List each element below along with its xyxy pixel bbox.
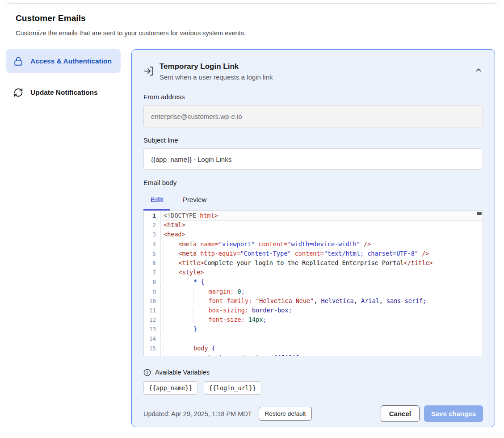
line-number: 13 [144, 324, 161, 334]
available-variables-header: Available Variables [143, 368, 483, 377]
from-address-input[interactable] [143, 105, 483, 127]
line-number: 1 [144, 211, 161, 220]
editor-line: 9 margin: 0; [144, 287, 483, 296]
editor-scrollbar-thumb[interactable] [477, 212, 482, 215]
editor-line: 6 <title>Complete your login to the Repl… [144, 258, 483, 268]
restore-default-button[interactable]: Restore default [259, 407, 312, 421]
code-line-content: font-family: "Helvetica Neue", Helvetica… [161, 296, 483, 306]
line-number: 10 [144, 296, 161, 306]
subject-line-label: Subject line [143, 136, 483, 145]
editor-line: 12 font-size: 14px; [144, 315, 483, 324]
line-number: 15 [144, 344, 161, 353]
code-line-content: box-sizing: border-box; [161, 306, 483, 315]
line-number: 8 [144, 277, 161, 286]
email-body-label: Email body [143, 179, 483, 187]
sidebar: Access & AuthenticationUpdate Notificati… [6, 49, 121, 104]
editor-line: 3<head> [144, 230, 483, 239]
log-in-icon [143, 66, 154, 76]
updated-timestamp: Updated: Apr 29, 2025, 1:18 PM MDT [143, 410, 252, 417]
lock-icon [13, 56, 23, 66]
previous-card-bottom-edge [4, 0, 500, 4]
line-number: 12 [144, 315, 161, 324]
active-tab-underline [143, 209, 170, 211]
from-address-label: From address [143, 93, 483, 101]
page-subtitle: Customize the emails that are sent to yo… [16, 29, 246, 37]
code-editor[interactable]: 1<!DOCTYPE html>2<html>3<head>4 <meta na… [143, 211, 483, 356]
refresh-icon [13, 88, 23, 97]
editor-line: 13 } [144, 324, 483, 334]
code-line-content: <title>Complete your login to the Replic… [161, 258, 483, 268]
variable-chip-app_name[interactable]: {{app_name}} [143, 381, 198, 395]
tab-edit[interactable]: Edit [143, 194, 170, 203]
sidebar-item-label: Update Notifications [30, 87, 98, 97]
code-line-content: } [161, 324, 483, 334]
sidebar-item-update-notifications[interactable]: Update Notifications [6, 80, 121, 104]
subject-line-input[interactable] [143, 148, 483, 170]
save-changes-button[interactable]: Save changes [424, 405, 483, 422]
editor-line: 16 background-color: #f6f6f6; [144, 353, 483, 356]
editor-line: 14 [144, 334, 483, 343]
line-number: 7 [144, 268, 161, 277]
code-line-content: <head> [161, 230, 483, 239]
code-line-content: <meta http-equiv="Content-Type" content=… [161, 249, 483, 258]
card-header: Temporary Login Link Sent when a user re… [143, 61, 483, 82]
sidebar-item-label: Access & Authentication [30, 56, 112, 66]
line-number: 3 [144, 230, 161, 239]
editor-line: 2<html> [144, 220, 483, 230]
variable-chip-login_url[interactable]: {{login_url}} [204, 381, 262, 395]
line-number: 2 [144, 220, 161, 230]
code-line-content [161, 334, 483, 343]
code-line-content: <!DOCTYPE html> [161, 211, 483, 220]
code-line-content: background-color: #f6f6f6; [161, 353, 483, 356]
editor-line: 11 box-sizing: border-box; [144, 306, 483, 315]
sidebar-item-access-authentication[interactable]: Access & Authentication [6, 49, 121, 73]
editor-line: 7 <style> [144, 268, 483, 277]
line-number: 6 [144, 258, 161, 268]
code-line-content: body { [161, 344, 483, 353]
email-body-tabs: EditPreview [143, 194, 483, 211]
chevron-up-icon[interactable] [475, 67, 482, 74]
variable-chips: {{app_name}}{{login_url}} [143, 381, 483, 395]
card-subtitle: Sent when a user requests a login link [160, 72, 273, 82]
code-line-content: margin: 0; [161, 287, 483, 296]
editor-line: 5 <meta http-equiv="Content-Type" conten… [144, 249, 483, 258]
page-title: Customer Emails [16, 13, 86, 23]
editor-line: 15 body { [144, 344, 483, 353]
code-line-content: <style> [161, 268, 483, 277]
card-footer: Updated: Apr 29, 2025, 1:18 PM MDT Resto… [143, 405, 483, 422]
line-number: 16 [144, 353, 161, 356]
line-number: 11 [144, 306, 161, 315]
code-line-content: * { [161, 277, 483, 286]
editor-line: 1<!DOCTYPE html> [144, 211, 483, 220]
cancel-button[interactable]: Cancel [381, 405, 420, 422]
available-variables-label: Available Variables [155, 369, 210, 376]
line-number: 5 [144, 249, 161, 258]
code-line-content: <meta name="viewport" content="width=dev… [161, 240, 483, 249]
line-number: 9 [144, 287, 161, 296]
editor-line: 4 <meta name="viewport" content="width=d… [144, 240, 483, 249]
editor-line: 10 font-family: "Helvetica Neue", Helvet… [144, 296, 483, 306]
line-number: 14 [144, 334, 161, 343]
line-number: 4 [144, 240, 161, 249]
card-title: Temporary Login Link [160, 61, 273, 72]
editor-line: 8 * { [144, 277, 483, 286]
code-line-content: <html> [161, 220, 483, 230]
email-settings-card: Temporary Login Link Sent when a user re… [131, 49, 495, 427]
info-icon[interactable] [143, 369, 151, 376]
tab-preview[interactable]: Preview [176, 194, 213, 203]
code-line-content: font-size: 14px; [161, 315, 483, 324]
